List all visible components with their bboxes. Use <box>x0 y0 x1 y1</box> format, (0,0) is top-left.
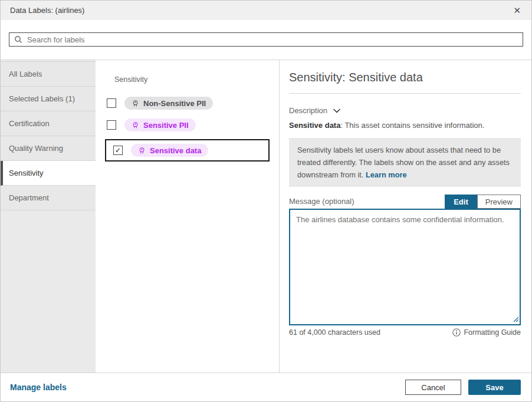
sensitive-data-pill[interactable]: Sensitive data <box>131 144 208 157</box>
sensitivity-label-icon <box>132 121 139 129</box>
cancel-button[interactable]: Cancel <box>405 380 461 395</box>
sidebar-item-sensitivity[interactable]: Sensitivity <box>1 161 96 186</box>
label-option-text: Sensitive data <box>150 146 201 155</box>
message-mode-tabs: Edit Preview <box>445 195 521 209</box>
description-term: Sensitive data <box>289 121 340 130</box>
label-option-row: ✓ Non-Sensitive PII <box>106 95 279 111</box>
search-section <box>1 20 531 60</box>
message-textarea-wrap: The airlines database contains some conf… <box>289 209 521 325</box>
label-option-text: Non-Sensitive PII <box>143 99 206 108</box>
manage-labels-link[interactable]: Manage labels <box>10 383 67 392</box>
main-content: All Labels Selected Labels (1) Certifica… <box>1 60 531 373</box>
sidebar-item-quality-warning[interactable]: Quality Warning <box>1 136 96 161</box>
description-toggle[interactable]: Description <box>289 106 521 115</box>
label-option-row-selected: ✓ Sensitive data <box>105 139 270 162</box>
sensitive-data-checkbox[interactable]: ✓ <box>113 146 123 155</box>
formatting-guide-label: Formatting Guide <box>464 328 521 337</box>
divider <box>289 93 521 94</box>
search-icon <box>14 35 22 44</box>
sidebar-item-department[interactable]: Department <box>1 186 96 210</box>
sensitive-pii-pill[interactable]: Sensitive PII <box>124 118 196 131</box>
description-rest: : This asset contains sensitive informat… <box>340 121 484 130</box>
dialog-footer: Manage labels Cancel Save <box>1 373 531 401</box>
char-count: 61 of 4,000 characters used <box>289 328 380 337</box>
sidebar-tabs: All Labels Selected Labels (1) Certifica… <box>1 61 96 210</box>
dialog-titlebar: Data Labels: (airlines) ✕ <box>1 1 531 20</box>
tab-preview[interactable]: Preview <box>477 195 521 209</box>
close-icon[interactable]: ✕ <box>512 5 522 16</box>
search-input[interactable] <box>27 35 518 44</box>
data-labels-dialog: Data Labels: (airlines) ✕ All Labels Sel… <box>0 0 532 402</box>
message-label: Message (optional) <box>289 197 354 209</box>
sensitivity-info-box: Sensitivity labels let users know about … <box>289 138 521 187</box>
non-sensitive-pii-pill[interactable]: Non-Sensitive PII <box>124 97 213 110</box>
sidebar-item-certification[interactable]: Certification <box>1 111 96 136</box>
non-sensitive-pii-checkbox[interactable]: ✓ <box>107 98 116 108</box>
search-box[interactable] <box>9 32 523 47</box>
sidebar-item-all-labels[interactable]: All Labels <box>1 62 96 87</box>
chevron-down-icon <box>333 108 340 113</box>
label-option-row: ✓ Sensitive PII <box>106 117 279 133</box>
message-textarea[interactable]: The airlines database contains some conf… <box>289 209 521 325</box>
label-detail-panel: Sensitivity: Sensitive data Description … <box>280 60 531 373</box>
footer-buttons: Cancel Save <box>405 380 521 395</box>
detail-heading: Sensitivity: Sensitive data <box>289 70 521 85</box>
sidebar-item-selected-labels[interactable]: Selected Labels (1) <box>1 87 96 111</box>
description-label: Description <box>289 106 327 115</box>
sidebar: All Labels Selected Labels (1) Certifica… <box>1 60 96 373</box>
label-option-text: Sensitive PII <box>143 121 189 130</box>
learn-more-link[interactable]: Learn more <box>366 170 407 179</box>
message-header-row: Message (optional) Edit Preview <box>289 195 521 209</box>
save-button[interactable]: Save <box>468 380 521 395</box>
label-options-panel: Sensitivity ✓ Non-Sensitive PII ✓ <box>96 60 280 373</box>
sensitivity-label-icon <box>132 100 139 107</box>
sensitive-pii-checkbox[interactable]: ✓ <box>107 120 116 130</box>
sensitivity-label-icon <box>138 147 146 154</box>
info-icon <box>452 328 461 337</box>
formatting-guide-link[interactable]: Formatting Guide <box>452 328 521 337</box>
tab-edit[interactable]: Edit <box>445 195 477 209</box>
dialog-title: Data Labels: (airlines) <box>10 6 84 15</box>
options-heading: Sensitivity <box>114 75 279 84</box>
description-text: Sensitive data: This asset contains sens… <box>289 120 521 130</box>
message-footer-row: 61 of 4,000 characters used Formatting G… <box>289 328 521 337</box>
